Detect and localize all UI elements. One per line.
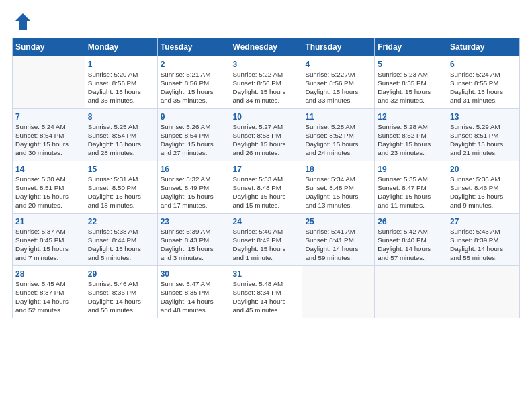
day-info: Sunrise: 5:45 AMSunset: 8:37 PMDaylight:…	[15, 280, 82, 315]
day-number: 13	[450, 111, 517, 122]
col-thursday: Thursday	[302, 38, 375, 56]
day-cell: 6Sunrise: 5:24 AMSunset: 8:55 PMDaylight…	[447, 56, 520, 109]
day-number: 27	[450, 216, 517, 227]
day-info: Sunrise: 5:38 AMSunset: 8:44 PMDaylight:…	[88, 228, 154, 263]
logo-icon	[13, 12, 32, 31]
header	[12, 12, 520, 31]
day-info: Sunrise: 5:47 AMSunset: 8:35 PMDaylight:…	[161, 280, 227, 315]
day-cell: 16Sunrise: 5:32 AMSunset: 8:49 PMDayligh…	[157, 161, 230, 214]
day-cell: 25Sunrise: 5:41 AMSunset: 8:41 PMDayligh…	[302, 214, 375, 266]
col-friday: Friday	[375, 38, 447, 56]
day-cell: 21Sunrise: 5:37 AMSunset: 8:45 PMDayligh…	[13, 214, 85, 266]
day-cell: 18Sunrise: 5:34 AMSunset: 8:48 PMDayligh…	[302, 161, 375, 214]
day-number: 9	[161, 111, 227, 122]
day-cell: 15Sunrise: 5:31 AMSunset: 8:50 PMDayligh…	[85, 161, 157, 214]
day-info: Sunrise: 5:30 AMSunset: 8:51 PMDaylight:…	[15, 175, 82, 210]
day-number: 2	[161, 59, 227, 70]
day-cell: 19Sunrise: 5:35 AMSunset: 8:47 PMDayligh…	[375, 161, 447, 214]
day-number: 7	[15, 111, 82, 122]
day-number: 11	[305, 111, 371, 122]
day-number: 8	[88, 111, 154, 122]
day-info: Sunrise: 5:21 AMSunset: 8:56 PMDaylight:…	[161, 71, 227, 105]
day-cell: 10Sunrise: 5:27 AMSunset: 8:53 PMDayligh…	[230, 109, 302, 161]
week-row-3: 14Sunrise: 5:30 AMSunset: 8:51 PMDayligh…	[13, 161, 520, 214]
day-cell: 26Sunrise: 5:42 AMSunset: 8:40 PMDayligh…	[375, 214, 447, 266]
day-number: 23	[161, 216, 227, 227]
day-number: 30	[161, 269, 227, 279]
day-info: Sunrise: 5:40 AMSunset: 8:42 PMDaylight:…	[233, 228, 300, 263]
day-info: Sunrise: 5:41 AMSunset: 8:41 PMDaylight:…	[305, 228, 371, 263]
day-number: 12	[378, 111, 444, 122]
day-info: Sunrise: 5:33 AMSunset: 8:48 PMDaylight:…	[233, 175, 300, 210]
day-number: 6	[450, 59, 517, 70]
day-number: 26	[378, 216, 444, 227]
col-sunday: Sunday	[13, 38, 85, 56]
day-cell: 2Sunrise: 5:21 AMSunset: 8:56 PMDaylight…	[157, 56, 230, 109]
day-number: 31	[233, 269, 300, 279]
day-cell: 23Sunrise: 5:39 AMSunset: 8:43 PMDayligh…	[157, 214, 230, 266]
day-cell: 4Sunrise: 5:22 AMSunset: 8:56 PMDaylight…	[302, 56, 375, 109]
day-info: Sunrise: 5:28 AMSunset: 8:52 PMDaylight:…	[305, 123, 371, 158]
day-cell	[13, 56, 85, 109]
day-cell: 20Sunrise: 5:36 AMSunset: 8:46 PMDayligh…	[447, 161, 520, 214]
day-info: Sunrise: 5:28 AMSunset: 8:52 PMDaylight:…	[378, 123, 444, 158]
header-row: Sunday Monday Tuesday Wednesday Thursday…	[13, 38, 520, 56]
day-cell: 5Sunrise: 5:23 AMSunset: 8:55 PMDaylight…	[375, 56, 447, 109]
col-tuesday: Tuesday	[157, 38, 230, 56]
day-info: Sunrise: 5:46 AMSunset: 8:36 PMDaylight:…	[88, 280, 154, 315]
day-cell: 9Sunrise: 5:26 AMSunset: 8:54 PMDaylight…	[157, 109, 230, 161]
day-number: 20	[450, 164, 517, 175]
day-info: Sunrise: 5:37 AMSunset: 8:45 PMDaylight:…	[15, 228, 82, 263]
day-info: Sunrise: 5:39 AMSunset: 8:43 PMDaylight:…	[161, 228, 227, 263]
day-info: Sunrise: 5:23 AMSunset: 8:55 PMDaylight:…	[378, 71, 444, 105]
day-number: 10	[233, 111, 300, 122]
day-info: Sunrise: 5:34 AMSunset: 8:48 PMDaylight:…	[305, 175, 371, 210]
day-number: 15	[88, 164, 154, 175]
day-info: Sunrise: 5:22 AMSunset: 8:56 PMDaylight:…	[305, 71, 371, 105]
week-row-4: 21Sunrise: 5:37 AMSunset: 8:45 PMDayligh…	[13, 214, 520, 266]
day-number: 21	[15, 216, 82, 227]
day-info: Sunrise: 5:43 AMSunset: 8:39 PMDaylight:…	[450, 228, 517, 263]
day-cell: 30Sunrise: 5:47 AMSunset: 8:35 PMDayligh…	[157, 266, 230, 318]
calendar-table: Sunday Monday Tuesday Wednesday Thursday…	[12, 38, 520, 318]
day-info: Sunrise: 5:24 AMSunset: 8:54 PMDaylight:…	[15, 123, 82, 158]
day-cell: 13Sunrise: 5:29 AMSunset: 8:51 PMDayligh…	[447, 109, 520, 161]
day-number: 29	[88, 269, 154, 279]
day-info: Sunrise: 5:32 AMSunset: 8:49 PMDaylight:…	[161, 175, 227, 210]
day-number: 14	[15, 164, 82, 175]
day-info: Sunrise: 5:35 AMSunset: 8:47 PMDaylight:…	[378, 175, 444, 210]
day-info: Sunrise: 5:26 AMSunset: 8:54 PMDaylight:…	[161, 123, 227, 158]
day-cell: 3Sunrise: 5:22 AMSunset: 8:56 PMDaylight…	[230, 56, 302, 109]
day-cell: 31Sunrise: 5:48 AMSunset: 8:34 PMDayligh…	[230, 266, 302, 318]
day-cell: 14Sunrise: 5:30 AMSunset: 8:51 PMDayligh…	[13, 161, 85, 214]
day-cell: 8Sunrise: 5:25 AMSunset: 8:54 PMDaylight…	[85, 109, 157, 161]
day-cell: 29Sunrise: 5:46 AMSunset: 8:36 PMDayligh…	[85, 266, 157, 318]
day-number: 25	[305, 216, 371, 227]
day-info: Sunrise: 5:36 AMSunset: 8:46 PMDaylight:…	[450, 175, 517, 210]
day-cell: 22Sunrise: 5:38 AMSunset: 8:44 PMDayligh…	[85, 214, 157, 266]
day-info: Sunrise: 5:31 AMSunset: 8:50 PMDaylight:…	[88, 175, 154, 210]
day-info: Sunrise: 5:27 AMSunset: 8:53 PMDaylight:…	[233, 123, 300, 158]
logo	[12, 12, 32, 31]
day-info: Sunrise: 5:25 AMSunset: 8:54 PMDaylight:…	[88, 123, 154, 158]
day-cell	[375, 266, 447, 318]
day-number: 17	[233, 164, 300, 175]
col-monday: Monday	[85, 38, 157, 56]
day-cell: 7Sunrise: 5:24 AMSunset: 8:54 PMDaylight…	[13, 109, 85, 161]
day-number: 1	[88, 59, 154, 70]
page: Sunday Monday Tuesday Wednesday Thursday…	[0, 0, 532, 411]
day-number: 28	[15, 269, 82, 279]
day-cell: 17Sunrise: 5:33 AMSunset: 8:48 PMDayligh…	[230, 161, 302, 214]
day-info: Sunrise: 5:22 AMSunset: 8:56 PMDaylight:…	[233, 71, 300, 105]
svg-marker-0	[15, 13, 31, 30]
day-number: 24	[233, 216, 300, 227]
day-number: 16	[161, 164, 227, 175]
week-row-1: 1Sunrise: 5:20 AMSunset: 8:56 PMDaylight…	[13, 56, 520, 109]
day-number: 3	[233, 59, 300, 70]
day-cell: 11Sunrise: 5:28 AMSunset: 8:52 PMDayligh…	[302, 109, 375, 161]
day-number: 5	[378, 59, 444, 70]
day-number: 19	[378, 164, 444, 175]
day-number: 4	[305, 59, 371, 70]
day-info: Sunrise: 5:48 AMSunset: 8:34 PMDaylight:…	[233, 280, 300, 315]
day-cell: 12Sunrise: 5:28 AMSunset: 8:52 PMDayligh…	[375, 109, 447, 161]
